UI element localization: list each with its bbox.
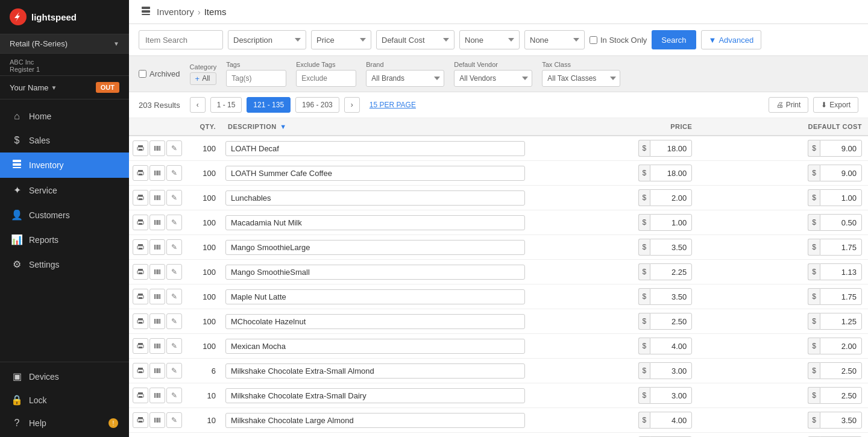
exclude-tags-input[interactable] (296, 70, 356, 87)
print-row-button[interactable] (133, 165, 148, 181)
item-search-input[interactable] (139, 30, 223, 49)
in-stock-only-label[interactable]: In Stock Only (590, 36, 647, 45)
barcode-row-button[interactable] (149, 190, 165, 206)
price-input[interactable] (650, 214, 692, 231)
edit-row-button[interactable]: ✎ (166, 338, 182, 354)
brand-select[interactable]: All Brands (366, 70, 444, 87)
page-196-203-button[interactable]: 196 - 203 (295, 97, 339, 113)
print-row-button[interactable] (133, 140, 148, 156)
print-button[interactable]: 🖨 Print (769, 97, 809, 113)
print-row-button[interactable] (133, 338, 148, 354)
desc-input[interactable] (225, 265, 525, 280)
sidebar-item-sales[interactable]: $ Sales (0, 128, 129, 152)
edit-row-button[interactable]: ✎ (166, 388, 182, 403)
desc-input[interactable] (225, 215, 525, 230)
price-input[interactable] (650, 263, 692, 280)
edit-row-button[interactable]: ✎ (166, 215, 182, 230)
price-input[interactable] (650, 239, 692, 256)
sidebar-item-help[interactable]: ? Help ! (0, 412, 129, 435)
price-input[interactable] (650, 362, 692, 379)
print-row-button[interactable] (133, 388, 148, 403)
retail-selector[interactable]: Retail (R-Series) ▼ (0, 34, 129, 54)
cost-input[interactable] (820, 140, 862, 157)
col-description[interactable]: DESCRIPTION ▼ (222, 118, 529, 136)
tags-input[interactable] (226, 70, 286, 87)
next-page-button[interactable]: › (344, 97, 360, 113)
barcode-row-button[interactable] (149, 313, 165, 329)
print-row-button[interactable] (133, 289, 148, 304)
desc-input[interactable] (225, 339, 525, 354)
breadcrumb-parent[interactable]: Inventory (157, 7, 194, 17)
export-button[interactable]: ⬇ Export (813, 97, 858, 113)
cost-input[interactable] (820, 313, 862, 330)
barcode-row-button[interactable] (149, 412, 165, 428)
archived-checkbox[interactable] (139, 70, 146, 78)
archived-checkbox-label[interactable]: Archived (139, 69, 180, 78)
price-input[interactable] (650, 313, 692, 330)
desc-input[interactable] (225, 141, 525, 156)
desc-input[interactable] (225, 314, 525, 329)
edit-row-button[interactable]: ✎ (166, 140, 182, 156)
edit-row-button[interactable]: ✎ (166, 190, 182, 206)
price-input[interactable] (650, 387, 692, 404)
default-cost-filter[interactable]: Default Cost (376, 30, 454, 49)
barcode-row-button[interactable] (149, 363, 165, 379)
desc-input[interactable] (225, 240, 525, 255)
barcode-row-button[interactable] (149, 239, 165, 255)
page-121-135-button[interactable]: 121 - 135 (247, 97, 291, 113)
print-row-button[interactable] (133, 313, 148, 329)
price-filter[interactable]: Price (311, 30, 371, 49)
edit-row-button[interactable]: ✎ (166, 289, 182, 304)
desc-input[interactable] (225, 166, 525, 181)
vendor-select[interactable]: All Vendors (454, 70, 532, 87)
cost-input[interactable] (820, 214, 862, 231)
page-1-15-button[interactable]: 1 - 15 (210, 97, 242, 113)
price-input[interactable] (650, 412, 692, 429)
description-filter[interactable]: Description (228, 30, 306, 49)
sidebar-item-service[interactable]: ✦ Service (0, 178, 129, 203)
barcode-row-button[interactable] (149, 264, 165, 280)
cost-input[interactable] (820, 189, 862, 206)
cost-input[interactable] (820, 338, 862, 354)
price-input[interactable] (650, 189, 692, 206)
tax-class-select[interactable]: All Tax Classes (542, 70, 620, 87)
desc-input[interactable] (225, 413, 525, 428)
edit-row-button[interactable]: ✎ (166, 165, 182, 181)
cost-input[interactable] (820, 263, 862, 280)
print-row-button[interactable] (133, 239, 148, 255)
print-row-button[interactable] (133, 264, 148, 280)
edit-row-button[interactable]: ✎ (166, 412, 182, 428)
desc-input[interactable] (225, 388, 525, 403)
desc-input[interactable] (225, 363, 525, 379)
sidebar-item-inventory[interactable]: Inventory (0, 152, 129, 178)
sidebar-item-settings[interactable]: ⚙ Settings (0, 252, 129, 277)
cost-input[interactable] (820, 165, 862, 181)
cost-input[interactable] (820, 362, 862, 379)
price-input[interactable] (650, 140, 692, 157)
barcode-row-button[interactable] (149, 215, 165, 230)
price-input[interactable] (650, 165, 692, 181)
price-input[interactable] (650, 338, 692, 354)
print-row-button[interactable] (133, 215, 148, 230)
user-name[interactable]: Your Name ▼ (10, 83, 57, 92)
edit-row-button[interactable]: ✎ (166, 313, 182, 329)
price-input[interactable] (650, 288, 692, 305)
edit-row-button[interactable]: ✎ (166, 363, 182, 379)
search-button[interactable]: Search (652, 30, 696, 49)
cost-input[interactable] (820, 288, 862, 305)
edit-row-button[interactable]: ✎ (166, 264, 182, 280)
barcode-row-button[interactable] (149, 388, 165, 403)
prev-page-button[interactable]: ‹ (190, 97, 206, 113)
barcode-row-button[interactable] (149, 338, 165, 354)
edit-row-button[interactable]: ✎ (166, 239, 182, 255)
none1-filter[interactable]: None (459, 30, 520, 49)
per-page-selector[interactable]: 15 PER PAGE (370, 101, 416, 109)
print-row-button[interactable] (133, 363, 148, 379)
none2-filter[interactable]: None (524, 30, 585, 49)
sidebar-item-home[interactable]: ⌂ Home (0, 104, 129, 128)
cost-input[interactable] (820, 239, 862, 256)
barcode-row-button[interactable] (149, 140, 165, 156)
sidebar-item-customers[interactable]: 👤 Customers (0, 203, 129, 227)
sidebar-item-reports[interactable]: 📊 Reports (0, 227, 129, 252)
print-row-button[interactable] (133, 412, 148, 428)
